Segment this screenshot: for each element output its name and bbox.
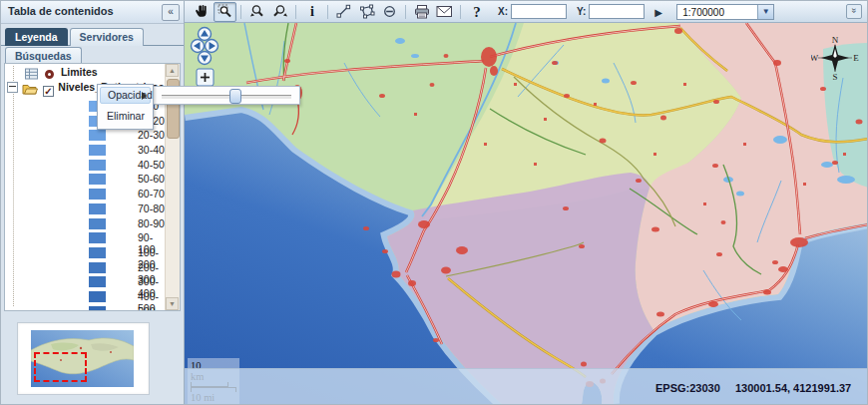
legend-item: 90-100 [5,230,166,245]
legend-swatch [89,306,106,311]
legend-swatch [89,291,106,302]
opacity-slider-track[interactable] [162,95,291,100]
tab-servidores[interactable]: Servidores [70,28,144,46]
legend-swatch [89,276,106,287]
cursor-coordinates: 130001.54, 4121991.37 [735,382,851,394]
legend-label: 40-50 [138,159,165,171]
layer-table-icon [25,68,39,80]
x-coordinate-input[interactable] [511,4,567,19]
legend-item: 200-300 [5,260,166,275]
status-bar: EPSG:23030 130001.54, 4121991.37 [185,368,867,404]
legend-item: 30-40 [5,143,166,158]
scale-value: 1:700000 [682,7,724,18]
opacity-slider-handle[interactable] [229,89,241,104]
epsg-code: EPSG:23030 [655,382,720,394]
legend-label: 80-90 [138,217,165,229]
toolbar-separator [405,5,406,19]
menu-item-eliminar[interactable]: Eliminar [100,108,151,125]
tree-node-limites[interactable]: Limites [5,65,166,80]
overview-map-panel [17,322,150,395]
legend-swatch [89,232,106,243]
legend-swatch [89,218,106,229]
svg-text:i: i [310,4,314,19]
legend-swatch [89,203,106,214]
legend-label: 30-40 [138,144,165,156]
mail-icon[interactable] [433,2,456,22]
legend-item: 50-60 [5,172,166,187]
svg-text:E: E [853,53,859,63]
legend-swatch [89,160,106,171]
legend-item: 20-30 [5,128,166,143]
toolbar-separator [240,5,241,19]
scroll-down-icon[interactable]: ▼ [166,297,179,310]
toolbar-collapse-button[interactable]: » [846,4,862,19]
legend-swatch [89,130,106,141]
help-icon[interactable]: ? [465,2,488,22]
collapse-node-icon[interactable] [7,82,18,93]
y-coordinate-input[interactable] [589,4,645,19]
submenu-arrow-icon [142,92,147,100]
tab-leyenda[interactable]: Leyenda [5,28,68,46]
legend-item: 70-80 [5,202,166,216]
layer-label-limites[interactable]: Limites [61,66,98,78]
legend-label: 70-80 [138,202,165,214]
opacity-slider-panel [153,86,300,105]
measure-line-icon[interactable] [332,2,355,22]
chevron-down-icon[interactable]: ▼ [757,5,773,19]
legend-item: 60-70 [5,187,166,202]
toolbar-separator [327,5,328,19]
legend-swatch [89,247,106,258]
x-coordinate-label: X: [498,6,508,17]
zoom-box-icon[interactable] [214,2,236,22]
map-viewport[interactable]: N E S W 10 km 10 mi EPSG:23030 130001.54… [185,23,867,404]
group-folder-icon [22,83,38,95]
legend-swatch [89,189,106,200]
overview-extent-rectangle[interactable] [34,352,87,382]
layer-checkbox-checked[interactable]: ✓ [43,86,54,97]
legend-item: 300-400 [5,274,166,289]
compass-rose: N E S W [811,35,859,81]
toolbar-separator [460,5,461,19]
legend-label: 20-30 [138,129,165,141]
svg-text:W: W [811,53,819,63]
layer-context-menu: Opacidad Eliminar [97,84,154,130]
svg-text:S: S [832,72,837,81]
clear-measure-icon[interactable] [378,2,401,22]
y-coordinate-label: Y: [577,6,586,17]
legend-swatch [89,262,106,273]
legend-label: 60-70 [138,188,165,200]
menu-item-opacidad[interactable]: Opacidad [100,87,151,104]
legend-label: 500-600 [138,305,166,311]
sidebar-collapse-button[interactable]: « [162,4,180,21]
legend-item: 400-500 [5,289,166,304]
svg-text:N: N [832,35,839,45]
map-toolbar: i ? X: Y: ▶ 1:700000 ▼ » [185,1,867,23]
table-of-contents-panel: Tabla de contenidos « LeyendaServidoresB… [1,1,185,404]
limites-radio-icon[interactable] [45,70,54,79]
legend-list: 0-1010-2020-3030-4040-5050-6060-7070-808… [5,99,166,311]
sidebar-title: Tabla de contenidos [1,1,184,17]
svg-text:?: ? [473,4,481,20]
base-map[interactable] [185,23,867,404]
sidebar-tabs: LeyendaServidoresBúsquedas [1,24,184,46]
zoom-previous-icon[interactable] [245,2,268,22]
pan-hand-icon[interactable] [191,2,214,22]
zoom-next-icon[interactable] [268,2,291,22]
gis-application-window: Tabla de contenidos « LeyendaServidoresB… [0,0,868,405]
toolbar-separator [295,5,296,19]
legend-item: 40-50 [5,158,166,173]
info-icon[interactable]: i [300,2,323,22]
scale-select[interactable]: 1:700000 ▼ [676,4,774,20]
scroll-up-icon[interactable]: ▲ [166,64,179,77]
legend-item: 80-90 [5,216,166,231]
legend-swatch [89,174,106,185]
legend-swatch [89,145,106,156]
sidebar-header: Tabla de contenidos « [1,1,184,24]
legend-label: 50-60 [138,173,165,185]
legend-item: 500-600 [5,304,166,311]
legend-item: 100-200 [5,245,166,260]
print-icon[interactable] [410,2,433,22]
go-to-coordinates-button[interactable]: ▶ [649,4,662,19]
measure-area-icon[interactable] [355,2,378,22]
